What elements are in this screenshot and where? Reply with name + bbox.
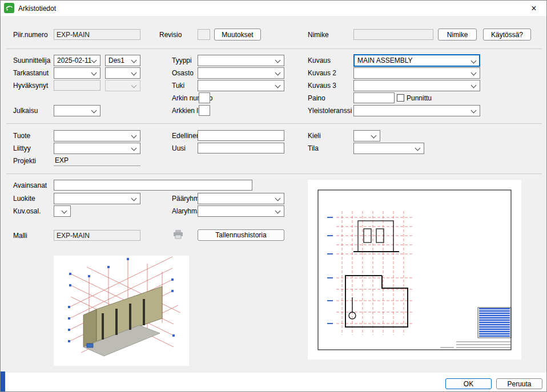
tuki-combo[interactable] [198,80,284,91]
luokite-combo[interactable] [54,193,140,204]
arkkien-lkm-field[interactable] [199,105,210,116]
tila-combo[interactable] [353,143,424,154]
tuote-label: Tuote [13,130,30,142]
revisio-label: Revisio [159,29,182,41]
separator [6,173,542,174]
suunnittelija-designer-value: Des1 [108,56,124,64]
avainsanat-field[interactable] [54,180,252,191]
chevron-down-icon [91,108,97,114]
tarkastanut-person-combo[interactable] [105,67,140,79]
kuvaus2-label: Kuvaus 2 [308,67,336,79]
chevron-down-icon [275,196,281,201]
ok-button[interactable]: OK [445,378,492,389]
chevron-down-icon [471,83,477,88]
tyyppi-combo[interactable] [198,55,284,66]
piir-numero-label: Piir.numero [13,29,48,41]
luokite-label: Luokite [13,193,35,204]
chevron-down-icon [91,58,97,63]
titlebar: Arkistotiedot × [1,1,546,16]
projekti-label: Projekti [13,155,36,167]
julkaisu-label: Julkaisu [13,105,38,116]
projekti-value: EXP [55,156,69,164]
kuvaus-combo[interactable]: MAIN ASSEMBLY [353,54,480,67]
chevron-down-icon [471,108,477,114]
revisio-field[interactable] [198,29,210,40]
liittyy-label: Liittyy [13,143,31,154]
nimike-field[interactable] [353,29,433,40]
uusi-field[interactable] [198,143,284,153]
tyyppi-label: Tyyppi [172,55,192,66]
malli-field[interactable] [54,230,140,241]
suunnittelija-date-combo[interactable]: 2025-02-11 [54,55,100,66]
print-button[interactable] [172,229,185,241]
osasto-label: Osasto [172,67,194,79]
piir-numero-field[interactable] [54,29,140,40]
kuvaus3-label: Kuvaus 3 [308,80,336,91]
muutokset-button[interactable]: Muutokset [214,29,261,41]
paino-label: Paino [308,92,325,104]
close-icon: × [531,3,536,14]
kuv-osal-combo[interactable] [54,205,71,217]
close-button[interactable]: × [521,1,546,16]
background-edge-strip [1,371,5,391]
chevron-down-icon [131,133,137,139]
tuote-combo[interactable] [54,130,140,142]
projekti-field: EXP [54,155,140,166]
edellinen-field[interactable] [198,130,284,141]
tarkastanut-date-combo[interactable] [54,67,100,79]
punnittu-checkbox[interactable] [397,94,404,102]
kaytossa-button[interactable]: Käytössä? [483,29,531,41]
chevron-down-icon [275,83,281,88]
tuki-label: Tuki [172,80,184,91]
model-3d-preview [54,256,189,366]
edellinen-label: Edellinen [172,130,200,142]
suunnittelija-date-value: 2025-02-11 [57,56,92,64]
yleistoleranssi-combo[interactable] [353,105,480,116]
julkaisu-combo[interactable] [54,105,100,116]
kuvaus2-combo[interactable] [353,67,480,79]
chevron-down-icon [62,208,67,214]
liittyy-combo[interactable] [54,143,140,154]
chevron-down-icon [371,133,377,139]
paaryhma-combo[interactable] [198,193,284,204]
kuvaus3-combo[interactable] [353,80,480,91]
suunnittelija-designer-combo[interactable]: Des1 [105,55,140,66]
tallennushistoria-button[interactable]: Tallennushistoria [198,229,284,241]
chevron-down-icon [131,83,137,88]
hyvaksynyt-field[interactable] [54,80,100,91]
printer-icon [172,229,184,240]
suunnittelija-label: Suunnittelija [13,55,50,66]
alaryhma-label: Alaryhmä [172,205,201,217]
window-title: Arkistotiedot [18,5,56,13]
separator [6,49,542,49]
paino-field[interactable] [353,92,395,103]
drawing-2d-sheet [308,180,521,359]
chevron-down-icon [471,70,477,76]
uusi-label: Uusi [172,143,186,154]
chevron-down-icon [275,70,281,76]
chevron-down-icon [131,196,137,201]
chevron-down-icon [275,58,281,63]
chevron-down-icon [415,146,421,151]
osasto-combo[interactable] [198,67,284,79]
chevron-down-icon [131,146,137,151]
separator [6,123,542,124]
kieli-combo[interactable] [353,130,380,142]
punnittu-label: Punnittu [407,92,432,104]
peruuta-button[interactable]: Peruuta [496,378,542,389]
kuv-osal-label: Kuv.osal. [13,205,41,217]
chevron-down-icon [471,58,477,64]
arkistotiedot-dialog: Arkistotiedot × Piir.numero Revisio Muut… [0,0,547,392]
app-icon [4,3,14,13]
yleistoleranssi-label: Yleistoleranssi [308,105,352,116]
hyvaksynyt-person-combo[interactable] [105,80,140,91]
kuvaus-value: MAIN ASSEMBLY [357,56,412,64]
model-3d-drawing [54,256,189,366]
alaryhma-combo[interactable] [198,205,284,217]
chevron-down-icon [131,70,137,76]
kuvaus-label: Kuvaus [308,55,331,66]
arkin-numero-field[interactable] [199,92,210,103]
hyvaksynyt-label: Hyväksynyt [13,80,48,91]
nimike-button[interactable]: Nimike [438,29,477,41]
tarkastanut-label: Tarkastanut [13,67,49,79]
